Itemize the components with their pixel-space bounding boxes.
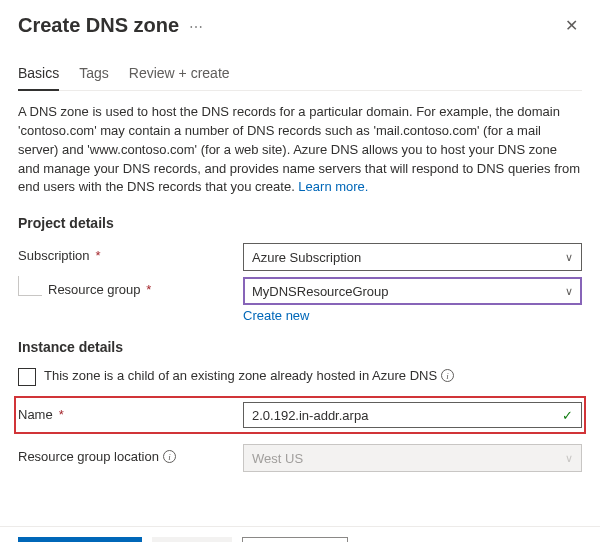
rg-location-value: West US	[252, 451, 303, 466]
name-row-highlight: Name * 2.0.192.in-addr.arpa ✓	[14, 396, 586, 434]
more-actions-ellipsis[interactable]: ⋯	[189, 17, 204, 35]
name-row: Name * 2.0.192.in-addr.arpa ✓	[18, 402, 582, 428]
name-label: Name	[18, 407, 53, 422]
resource-group-select[interactable]: MyDNSResourceGroup ∨	[243, 277, 582, 305]
child-zone-row: This zone is a child of an existing zone…	[18, 367, 458, 386]
name-input[interactable]: 2.0.192.in-addr.arpa ✓	[243, 402, 582, 428]
required-asterisk: *	[96, 248, 101, 263]
learn-more-link[interactable]: Learn more.	[298, 179, 368, 194]
instance-details-heading: Instance details	[18, 339, 582, 355]
subscription-row: Subscription * Azure Subscription ∨	[18, 243, 582, 271]
info-icon[interactable]: i	[441, 369, 454, 382]
info-icon[interactable]: i	[163, 450, 176, 463]
close-icon[interactable]: ✕	[561, 12, 582, 39]
tab-review-create[interactable]: Review + create	[129, 61, 230, 91]
subscription-value: Azure Subscription	[252, 250, 361, 265]
indent-connector	[18, 276, 42, 296]
footer-bar: Review + create Previous Next : Tags > D…	[0, 526, 600, 542]
required-asterisk: *	[59, 407, 64, 422]
rg-location-label: Resource group location	[18, 449, 159, 464]
child-zone-checkbox[interactable]	[18, 368, 36, 386]
chevron-down-icon: ∨	[565, 251, 573, 264]
tab-bar: Basics Tags Review + create	[18, 61, 582, 91]
subscription-label: Subscription	[18, 248, 90, 263]
tab-tags[interactable]: Tags	[79, 61, 109, 91]
previous-button: Previous	[152, 537, 233, 542]
subscription-select[interactable]: Azure Subscription ∨	[243, 243, 582, 271]
resource-group-value: MyDNSResourceGroup	[252, 284, 389, 299]
description-text: A DNS zone is used to host the DNS recor…	[18, 103, 582, 197]
resource-group-label: Resource group	[48, 282, 141, 297]
chevron-down-icon: ∨	[565, 285, 573, 298]
rg-location-select: West US ∨	[243, 444, 582, 472]
required-asterisk: *	[146, 282, 151, 297]
create-new-link[interactable]: Create new	[243, 308, 309, 323]
resource-group-row: Resource group * MyDNSResourceGroup ∨ Cr…	[18, 277, 582, 323]
chevron-down-icon: ∨	[565, 452, 573, 465]
project-details-heading: Project details	[18, 215, 582, 231]
page-header: Create DNS zone ⋯ ✕	[18, 12, 582, 39]
next-button[interactable]: Next : Tags >	[242, 537, 348, 542]
page-title: Create DNS zone	[18, 14, 179, 37]
child-zone-label: This zone is a child of an existing zone…	[44, 367, 437, 385]
review-create-button[interactable]: Review + create	[18, 537, 142, 542]
check-icon: ✓	[562, 408, 573, 423]
tab-basics[interactable]: Basics	[18, 61, 59, 91]
name-value: 2.0.192.in-addr.arpa	[252, 408, 368, 423]
rg-location-row: Resource group location i West US ∨	[18, 444, 582, 472]
